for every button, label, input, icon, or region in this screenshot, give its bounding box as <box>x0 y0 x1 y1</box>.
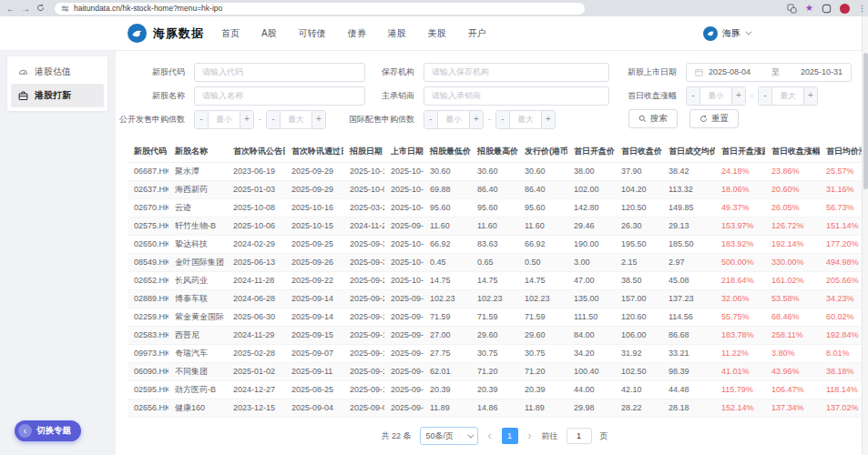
scrollbar-thumb[interactable] <box>863 53 868 189</box>
decrement-button[interactable]: - <box>267 111 281 128</box>
filter-label-underwriter: 主承销商 <box>345 90 414 102</box>
switch-topic-button[interactable]: ‹ 切换专题 <box>15 420 81 441</box>
decrement-button[interactable]: - <box>195 111 209 128</box>
main-nav: 首页 A股 可转债 债券 港股 美股 开户 <box>221 16 486 50</box>
filter-field-public-mult: 公开发售申购倍数 - + - - + <box>116 109 326 129</box>
increment-button[interactable]: + <box>803 87 817 105</box>
sidebar-item-hk-ipo[interactable]: 港股打新 <box>11 84 104 107</box>
forward-icon[interactable]: → <box>18 4 33 14</box>
increment-button[interactable]: + <box>240 111 253 128</box>
user-menu[interactable]: 海豚 <box>703 16 750 50</box>
table-cell: 2025-09-11 <box>285 362 343 380</box>
table-row: 02583.HK西普尼2024-11-292025-09-152025-09-1… <box>128 326 862 344</box>
address-bar[interactable]: haitundata.cn/hk-stock-home?menu=hk-ipo <box>55 3 585 15</box>
nav-item-convertible[interactable]: 可转债 <box>299 27 326 40</box>
close-gain-max-input[interactable] <box>772 87 803 105</box>
extensions-icon[interactable] <box>822 4 832 14</box>
reload-icon[interactable] <box>33 4 47 14</box>
switch-topic-label: 切换专题 <box>36 425 71 437</box>
nav-item-home[interactable]: 首页 <box>221 27 240 40</box>
stock-code: 09973.HK <box>128 344 168 362</box>
table-cell: 29.13 <box>662 217 715 235</box>
increment-button[interactable]: + <box>469 111 483 128</box>
table-cell: 20.39 <box>518 380 567 399</box>
table-cell: 137.23 <box>662 289 715 308</box>
jump-page-input[interactable] <box>567 428 592 444</box>
table-cell: 2025-09-25 <box>285 235 343 253</box>
nav-item-ashare[interactable]: A股 <box>261 27 277 40</box>
table-cell: 2025-09-07 <box>285 344 343 362</box>
table-cell: 106.47% <box>765 380 820 399</box>
table-cell: 2025-09-29 <box>285 180 343 198</box>
decrement-button[interactable]: - <box>424 111 438 128</box>
increment-button[interactable]: + <box>731 87 745 105</box>
nav-item-openaccount[interactable]: 开户 <box>468 27 486 40</box>
table-cell: 69.88 <box>424 180 471 198</box>
table-cell: 11.22% <box>715 344 765 362</box>
table-cell: 0.45 <box>424 253 471 271</box>
nav-item-hkstock[interactable]: 港股 <box>388 27 406 40</box>
table-cell: 86.40 <box>518 180 567 198</box>
bookmark-star-icon[interactable]: ★ <box>805 4 813 13</box>
sidebar-item-hk-valuation[interactable]: 港股估值 <box>11 60 104 84</box>
table-cell: 38.18% <box>820 362 862 380</box>
prev-page-button[interactable]: ‹ <box>486 430 494 442</box>
page-number-active[interactable]: 1 <box>502 428 518 444</box>
intl-mult-min-input[interactable] <box>438 111 469 128</box>
browser-menu-icon[interactable]: ⋮ <box>858 4 866 13</box>
table-cell: 83.63 <box>471 235 518 253</box>
table-cell: 24.18% <box>715 162 765 180</box>
table-cell: 11.60 <box>424 217 471 235</box>
browser-profile-avatar[interactable] <box>840 4 850 14</box>
table-cell: 71.59 <box>471 308 518 326</box>
table-cell: 95.60 <box>424 198 471 217</box>
brand-logo[interactable]: 海豚数据 <box>128 24 204 43</box>
date-range-input[interactable]: 2025-08-04 至 2025-10-31 <box>686 63 852 82</box>
nav-item-usstock[interactable]: 美股 <box>428 27 446 40</box>
name-input[interactable] <box>194 86 365 106</box>
back-icon[interactable]: ← <box>4 4 18 14</box>
decrement-button[interactable]: - <box>759 87 772 105</box>
reset-button[interactable]: 重置 <box>689 109 739 128</box>
page-size-select[interactable]: 50条/页 <box>420 427 478 445</box>
table-cell: 14.86 <box>471 399 518 417</box>
stock-code: 02583.HK <box>128 326 168 344</box>
decrement-button[interactable]: - <box>496 111 510 128</box>
stock-name: 挚达科技 <box>168 235 227 253</box>
code-input[interactable] <box>194 63 365 82</box>
underwriter-input[interactable] <box>424 86 609 106</box>
table-cell: 2025-10-20 <box>384 180 424 198</box>
increment-button[interactable]: + <box>541 111 555 128</box>
translate-icon[interactable] <box>787 4 797 14</box>
search-button[interactable]: 搜索 <box>628 109 678 128</box>
next-page-button[interactable]: › <box>526 430 534 442</box>
increment-button[interactable]: + <box>311 111 325 128</box>
public-mult-min-input[interactable] <box>209 111 240 128</box>
table-cell: 71.59 <box>424 308 471 326</box>
table-cell: 34.20 <box>567 344 615 362</box>
table-cell: 43.96% <box>765 362 820 380</box>
table-cell: 177.20% <box>820 235 862 253</box>
public-mult-max-input[interactable] <box>281 111 311 128</box>
table-cell: 2024-06-28 <box>227 289 285 308</box>
table-cell: 114.56 <box>662 308 715 326</box>
column-header: 首日收盘涨幅 <box>765 142 820 162</box>
stock-code: 02650.HK <box>128 235 168 253</box>
table-cell: 25.57% <box>820 162 862 180</box>
stock-code: 06687.HK <box>128 162 168 180</box>
table-cell: 2025-03-21 <box>343 198 384 217</box>
table-cell: 2025-10-21 <box>384 162 424 180</box>
column-header: 新股名称 <box>168 142 227 162</box>
decrement-button[interactable]: - <box>687 87 700 105</box>
table-cell: 66.92 <box>518 235 567 253</box>
table-cell: 135.00 <box>567 289 615 308</box>
stock-name: 金叶国际集团 <box>168 253 227 271</box>
close-gain-min-input[interactable] <box>700 87 731 105</box>
filter-label-close-gain: 首日收盘涨幅 <box>604 90 677 102</box>
nav-item-bond[interactable]: 债券 <box>348 27 366 40</box>
table-cell: 42.10 <box>615 380 662 399</box>
table-cell: 2025-09-14 <box>285 289 343 308</box>
intl-mult-max-input[interactable] <box>510 111 541 128</box>
table-cell: 2025-10-08 <box>384 271 424 289</box>
sponsor-input[interactable] <box>424 63 609 82</box>
